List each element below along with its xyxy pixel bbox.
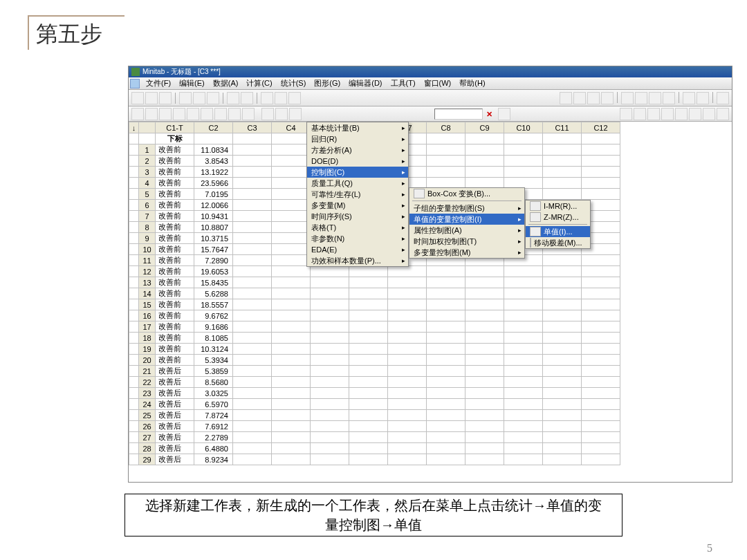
empty-cell[interactable] [311, 266, 349, 277]
undo-button[interactable] [227, 92, 239, 104]
cell-value[interactable]: 8.5680 [194, 377, 233, 388]
empty-cell[interactable] [504, 410, 543, 421]
empty-cell[interactable] [543, 344, 582, 355]
menu-calc[interactable]: 计算(C) [242, 77, 276, 89]
empty-cell[interactable] [233, 244, 272, 255]
empty-cell[interactable] [233, 321, 272, 333]
tb-btn-1[interactable] [261, 92, 273, 104]
empty-cell[interactable] [233, 443, 272, 454]
cell-value[interactable]: 9.6762 [194, 310, 233, 321]
tb2-1[interactable] [145, 108, 158, 120]
tb-r-2[interactable] [573, 92, 586, 104]
row-number[interactable]: 5 [139, 189, 156, 200]
row-number[interactable]: 25 [139, 410, 156, 421]
tb2-7[interactable] [228, 108, 241, 120]
empty-cell[interactable] [582, 355, 620, 366]
cell-label[interactable]: 改善前 [156, 321, 194, 333]
row-number[interactable]: 21 [139, 366, 156, 377]
cell-value[interactable]: 10.8807 [194, 222, 233, 233]
cell-value[interactable]: 7.6912 [194, 421, 233, 432]
stat-menu-item-6[interactable]: 可靠性/生存(L)▸ [307, 189, 408, 200]
empty-cell[interactable] [349, 377, 388, 388]
empty-cell[interactable] [543, 333, 582, 344]
empty-cell[interactable] [272, 377, 311, 388]
empty-cell[interactable] [233, 432, 272, 443]
empty-cell[interactable] [582, 299, 620, 310]
menu-data[interactable]: 数据(A) [209, 77, 243, 89]
cell-value[interactable]: 10.9431 [194, 211, 233, 222]
empty-cell[interactable] [311, 299, 349, 310]
empty-cell[interactable] [311, 333, 349, 344]
empty-cell[interactable] [272, 233, 311, 244]
empty-cell[interactable] [349, 454, 388, 465]
empty-cell[interactable] [272, 299, 311, 310]
empty-cell[interactable] [427, 277, 465, 288]
tb-r-10[interactable] [697, 92, 709, 104]
cell-label[interactable]: 改善前 [156, 233, 194, 244]
empty-cell[interactable] [233, 178, 272, 189]
empty-cell[interactable] [388, 421, 427, 432]
empty-cell[interactable] [427, 388, 465, 399]
empty-cell[interactable] [465, 421, 504, 432]
empty-cell[interactable] [504, 355, 543, 366]
col-header[interactable]: C10 [504, 122, 543, 133]
empty-cell[interactable] [543, 299, 582, 310]
cc-menu-item-4[interactable]: 属性控制图(A)▸ [409, 225, 524, 236]
empty-cell[interactable] [388, 310, 427, 321]
brush-button[interactable] [275, 108, 288, 120]
empty-cell[interactable] [349, 421, 388, 432]
empty-cell[interactable] [388, 443, 427, 454]
empty-cell[interactable] [388, 321, 427, 333]
row-number[interactable]: 7 [139, 211, 156, 222]
empty-cell[interactable] [543, 377, 582, 388]
ind-menu-item-0[interactable]: I-MR(R)... [526, 200, 590, 212]
stat-menu-item-0[interactable]: 基本统计量(B)▸ [307, 122, 408, 133]
cell-label[interactable]: 改善前 [156, 222, 194, 233]
empty-cell[interactable] [388, 333, 427, 344]
cell-value[interactable]: 10.3715 [194, 233, 233, 244]
empty-cell[interactable] [582, 399, 620, 410]
tb-btn-3[interactable] [288, 92, 301, 104]
empty-cell[interactable] [388, 366, 427, 377]
empty-cell[interactable] [465, 167, 504, 178]
empty-cell[interactable] [427, 288, 465, 299]
empty-cell[interactable] [543, 399, 582, 410]
empty-cell[interactable] [504, 388, 543, 399]
row-number[interactable]: 18 [139, 333, 156, 344]
empty-cell[interactable] [272, 310, 311, 321]
empty-cell[interactable] [311, 366, 349, 377]
empty-cell[interactable] [543, 421, 582, 432]
empty-cell[interactable] [311, 377, 349, 388]
stat-menu-item-12[interactable]: 功效和样本数量(P)...▸ [307, 255, 408, 266]
paste-button[interactable] [207, 92, 219, 104]
empty-cell[interactable] [272, 399, 311, 410]
empty-cell[interactable] [582, 266, 620, 277]
empty-cell[interactable] [465, 410, 504, 421]
empty-cell[interactable] [582, 388, 620, 399]
empty-cell[interactable] [233, 144, 272, 156]
empty-cell[interactable] [504, 443, 543, 454]
row-number[interactable]: 13 [139, 277, 156, 288]
empty-cell[interactable] [504, 144, 543, 156]
empty-cell[interactable] [582, 167, 620, 178]
cell-label[interactable]: 改善前 [156, 156, 194, 167]
empty-cell[interactable] [272, 222, 311, 233]
empty-cell[interactable] [388, 399, 427, 410]
cc-menu-item-2[interactable]: 子组的变量控制图(S)▸ [409, 203, 524, 214]
cell-value[interactable]: 7.8724 [194, 410, 233, 421]
pointer-tool[interactable] [620, 108, 632, 120]
row-number[interactable]: 24 [139, 399, 156, 410]
empty-cell[interactable] [388, 355, 427, 366]
empty-cell[interactable] [504, 399, 543, 410]
cell-value[interactable]: 5.3859 [194, 366, 233, 377]
empty-cell[interactable] [349, 310, 388, 321]
cell-label[interactable]: 改善后 [156, 399, 194, 410]
empty-cell[interactable] [465, 377, 504, 388]
empty-cell[interactable] [311, 321, 349, 333]
empty-cell[interactable] [465, 355, 504, 366]
cell-label[interactable]: 改善前 [156, 211, 194, 222]
empty-cell[interactable] [582, 277, 620, 288]
empty-cell[interactable] [311, 288, 349, 299]
empty-cell[interactable] [272, 277, 311, 288]
empty-cell[interactable] [427, 454, 465, 465]
